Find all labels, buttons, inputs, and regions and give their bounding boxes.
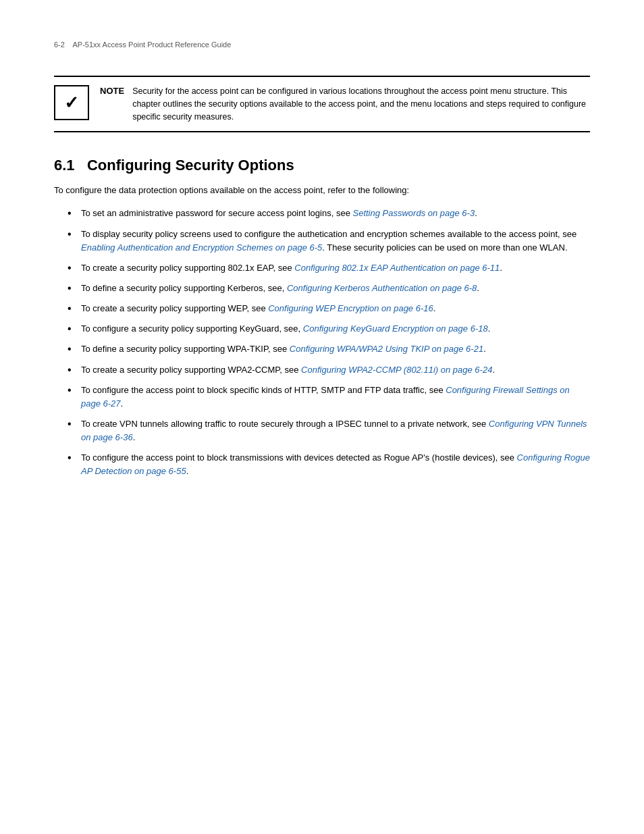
bullet-text-before: To create a security policy supporting 8… bbox=[81, 263, 294, 273]
list-item: To create a security policy supporting 8… bbox=[68, 261, 590, 275]
bullet-text-after: . bbox=[133, 432, 136, 442]
link-wep[interactable]: Configuring WEP Encryption on page 6-16 bbox=[268, 303, 433, 313]
bullet-list: To set an administrative password for se… bbox=[68, 207, 590, 478]
list-item: To define a security policy supporting W… bbox=[68, 342, 590, 356]
bullet-text-before: To configure the access point to block s… bbox=[81, 385, 446, 395]
bullet-text-after: . These security policies can be used on… bbox=[322, 242, 567, 253]
bullet-text-after: . bbox=[488, 323, 491, 334]
bullet-text-after: . bbox=[475, 208, 477, 218]
bullet-text-before: To define a security policy supporting W… bbox=[81, 344, 290, 354]
bullet-text-before: To set an administrative password for se… bbox=[81, 208, 352, 218]
note-header: NOTE Security for the access point can b… bbox=[100, 85, 590, 123]
link-wpa2-ccmp[interactable]: Configuring WPA2-CCMP (802.11i) on page … bbox=[301, 365, 492, 375]
note-box: ✓ NOTE Security for the access point can… bbox=[54, 76, 590, 132]
section-intro: To configure the data protection options… bbox=[54, 184, 590, 197]
link-keyguard[interactable]: Configuring KeyGuard Encryption on page … bbox=[303, 323, 488, 334]
bullet-text-after: . bbox=[186, 466, 189, 476]
list-item: To create a security policy supporting W… bbox=[68, 363, 590, 377]
bullet-text-before: To define a security policy supporting K… bbox=[81, 283, 287, 293]
link-passwords[interactable]: Setting Passwords on page 6-3 bbox=[352, 208, 475, 218]
page-number: 6-2 bbox=[54, 41, 65, 49]
bullet-text-before: To create a security policy supporting W… bbox=[81, 365, 301, 375]
bullet-text-before: To configure a security policy supportin… bbox=[81, 323, 303, 334]
bullet-text-before: To create VPN tunnels allowing traffic t… bbox=[81, 419, 489, 429]
note-text: Security for the access point can be con… bbox=[132, 85, 590, 123]
bullet-text-after: . bbox=[483, 344, 486, 354]
note-icon: ✓ bbox=[54, 85, 89, 120]
bullet-text-after: . bbox=[477, 283, 479, 293]
bullet-text-after: . bbox=[433, 303, 436, 313]
list-item: To configure a security policy supportin… bbox=[68, 322, 590, 336]
checkmark-icon: ✓ bbox=[64, 93, 79, 113]
list-item: To configure the access point to block s… bbox=[68, 384, 590, 411]
bullet-text-after: . bbox=[500, 263, 502, 273]
section-heading: Configuring Security Options bbox=[87, 157, 294, 174]
list-item: To define a security policy supporting K… bbox=[68, 282, 590, 295]
link-eap[interactable]: Configuring 802.1x EAP Authentication on… bbox=[294, 263, 500, 273]
list-item: To set an administrative password for se… bbox=[68, 207, 590, 220]
section-title: 6.1 Configuring Security Options bbox=[54, 157, 590, 174]
bullet-text-before: To create a security policy supporting W… bbox=[81, 303, 268, 313]
section-number: 6.1 bbox=[54, 157, 75, 174]
page-header: 6-2 AP-51xx Access Point Product Referen… bbox=[54, 41, 590, 49]
link-auth-encryption[interactable]: Enabling Authentication and Encryption S… bbox=[81, 242, 322, 253]
list-item: To configure the access point to block t… bbox=[68, 451, 590, 478]
book-title: AP-51xx Access Point Product Reference G… bbox=[73, 41, 232, 49]
note-label: NOTE bbox=[100, 85, 124, 96]
list-item: To create a security policy supporting W… bbox=[68, 302, 590, 315]
bullet-text-after: . bbox=[121, 398, 124, 409]
link-wpa-tkip[interactable]: Configuring WPA/WPA2 Using TKIP on page … bbox=[290, 344, 483, 354]
list-item: To create VPN tunnels allowing traffic t… bbox=[68, 417, 590, 444]
bullet-text-before: To configure the access point to block t… bbox=[81, 452, 517, 463]
section-6-1: 6.1 Configuring Security Options To conf… bbox=[54, 157, 590, 478]
list-item: To display security policy screens used … bbox=[68, 228, 590, 255]
link-kerberos[interactable]: Configuring Kerberos Authentication on p… bbox=[287, 283, 477, 293]
bullet-text-after: . bbox=[492, 365, 495, 375]
bullet-text-before: To display security policy screens used … bbox=[81, 229, 576, 239]
